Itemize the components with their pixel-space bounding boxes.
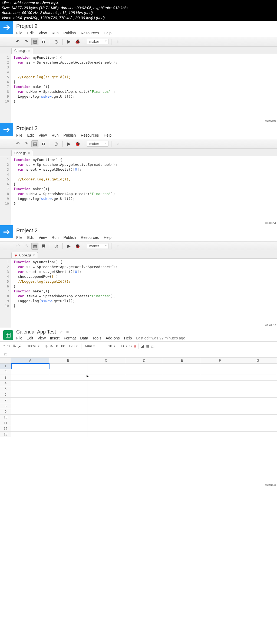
cell[interactable] xyxy=(125,375,163,380)
cell[interactable] xyxy=(163,415,201,420)
format-select[interactable]: 123▼ xyxy=(67,344,79,349)
close-icon[interactable]: × xyxy=(28,151,30,155)
menu-edit[interactable]: Edit xyxy=(27,235,34,240)
cell[interactable] xyxy=(201,415,239,420)
clock-icon[interactable]: ◷ xyxy=(53,38,60,45)
cell[interactable] xyxy=(11,409,49,414)
cell[interactable] xyxy=(239,409,277,414)
indent-icon[interactable]: ▤ xyxy=(31,140,38,147)
cell[interactable] xyxy=(87,420,125,426)
decrease-decimal-icon[interactable]: .0̲ xyxy=(55,344,58,348)
undo-icon[interactable]: ↶ xyxy=(14,243,21,250)
cell[interactable] xyxy=(163,364,201,369)
code-editor[interactable]: function myFunction() { var ss = Spreads… xyxy=(11,259,277,334)
select-all-corner[interactable] xyxy=(0,358,11,363)
borders-icon[interactable]: ▦ xyxy=(146,344,149,348)
menu-insert[interactable]: Insert xyxy=(50,336,60,340)
cell[interactable] xyxy=(163,386,201,392)
cell[interactable] xyxy=(87,381,125,386)
menu-view[interactable]: View xyxy=(39,235,47,240)
menu-tools[interactable]: Tools xyxy=(93,336,101,340)
column-header[interactable]: E xyxy=(163,358,201,363)
menu-view[interactable]: View xyxy=(39,133,47,137)
column-header[interactable]: C xyxy=(87,358,125,363)
menu-run[interactable]: Run xyxy=(52,133,59,137)
cell[interactable] xyxy=(49,369,87,375)
last-edit-link[interactable]: Last edit was 22 minutes ago xyxy=(136,336,185,340)
cell[interactable] xyxy=(239,386,277,392)
paint-format-icon[interactable]: 🖌 xyxy=(18,344,22,348)
clock-icon[interactable]: ◷ xyxy=(53,243,60,250)
cell[interactable] xyxy=(49,409,87,414)
menu-publish[interactable]: Publish xyxy=(63,31,76,35)
code-editor[interactable]: function myFunction() { var ss = Spreads… xyxy=(11,156,277,232)
row-header[interactable]: 9 xyxy=(0,409,11,414)
run-icon[interactable]: ▶ xyxy=(65,140,72,147)
cell[interactable] xyxy=(87,386,125,392)
cell[interactable] xyxy=(11,403,49,409)
cell[interactable] xyxy=(163,381,201,386)
text-color-icon[interactable]: A xyxy=(134,344,136,348)
cell[interactable] xyxy=(49,381,87,386)
apps-script-logo-icon[interactable]: ➔ xyxy=(0,123,13,136)
row-header[interactable]: 5 xyxy=(0,386,11,392)
cell[interactable] xyxy=(49,364,87,369)
undo-icon[interactable]: ↶ xyxy=(14,140,21,147)
save-icon[interactable]: 🖬 xyxy=(40,38,47,45)
zoom-select[interactable]: 100%▼ xyxy=(26,344,41,349)
cell[interactable] xyxy=(125,369,163,375)
cell[interactable] xyxy=(11,420,49,426)
column-header[interactable]: F xyxy=(201,358,239,363)
redo-icon[interactable]: ↷ xyxy=(23,140,30,147)
column-header[interactable]: B xyxy=(49,358,87,363)
row-header[interactable]: 3 xyxy=(0,375,11,380)
row-header[interactable]: 2 xyxy=(0,369,11,375)
debug-icon[interactable]: 🐞 xyxy=(74,140,81,147)
project-title[interactable]: Project 2 xyxy=(16,124,111,132)
row-header[interactable]: 8 xyxy=(0,403,11,409)
cell[interactable] xyxy=(87,375,125,380)
cell[interactable] xyxy=(239,403,277,409)
cell[interactable] xyxy=(87,364,125,369)
undo-icon[interactable]: ↶ xyxy=(14,38,21,45)
redo-icon[interactable]: ↷ xyxy=(7,344,10,348)
cell[interactable] xyxy=(11,432,49,437)
close-icon[interactable]: × xyxy=(28,49,30,53)
cell[interactable] xyxy=(201,432,239,437)
file-tab[interactable]: Code.gs× xyxy=(11,48,33,54)
cell[interactable] xyxy=(239,375,277,380)
menu-addons[interactable]: Add-ons xyxy=(105,336,120,340)
row-header[interactable]: 13 xyxy=(0,432,11,437)
cell[interactable] xyxy=(11,375,49,380)
cell[interactable] xyxy=(11,364,49,369)
cell[interactable] xyxy=(163,432,201,437)
redo-icon[interactable]: ↷ xyxy=(23,243,30,250)
debug-icon[interactable]: 🐞 xyxy=(74,243,81,250)
cell[interactable] xyxy=(163,392,201,397)
cell[interactable] xyxy=(49,415,87,420)
cell[interactable] xyxy=(11,415,49,420)
file-tab[interactable]: Code.gs× xyxy=(11,150,33,156)
column-header[interactable]: D xyxy=(125,358,163,363)
cell[interactable] xyxy=(239,381,277,386)
cell[interactable] xyxy=(163,420,201,426)
cell[interactable] xyxy=(201,426,239,431)
function-select[interactable]: maker xyxy=(87,39,108,44)
print-icon[interactable]: 🖶 xyxy=(12,344,16,348)
bold-icon[interactable]: B xyxy=(121,344,124,348)
cell[interactable] xyxy=(87,403,125,409)
cell[interactable] xyxy=(125,420,163,426)
cell[interactable] xyxy=(49,432,87,437)
spreadsheet-grid[interactable]: ABCDEFG 12345678910111213 ◣ xyxy=(0,358,277,437)
menu-help[interactable]: Help xyxy=(104,133,111,137)
cell[interactable] xyxy=(201,403,239,409)
function-select[interactable]: maker xyxy=(87,141,108,147)
font-select[interactable]: Arial▼ xyxy=(84,344,103,349)
cell[interactable] xyxy=(201,398,239,403)
menu-view[interactable]: View xyxy=(39,31,47,35)
sheets-logo-icon[interactable] xyxy=(3,330,13,340)
cell[interactable] xyxy=(125,398,163,403)
cell[interactable] xyxy=(125,426,163,431)
cell[interactable] xyxy=(49,426,87,431)
strike-icon[interactable]: S xyxy=(129,344,132,348)
